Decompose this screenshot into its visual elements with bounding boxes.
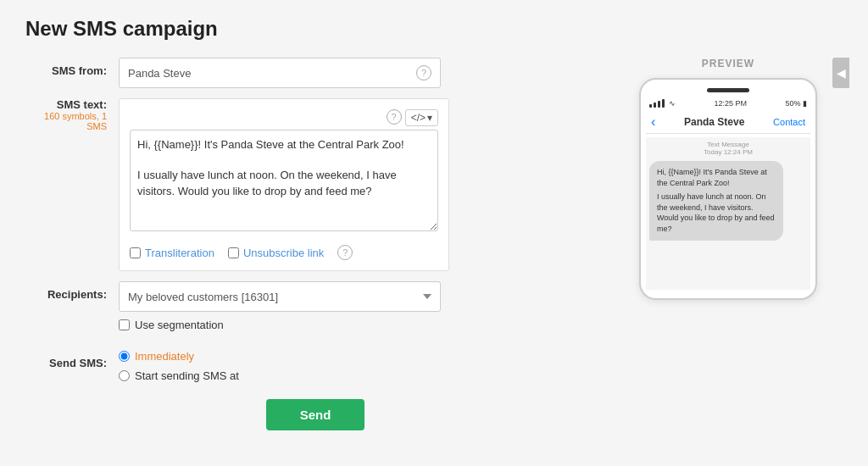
sms-textarea[interactable]: Hi, {{Name}}! It's Panda Steve at the Ce… [130, 130, 438, 231]
phone-mockup: ∿ 12:25 PM 50% ▮ ‹ Panda Steve Contact [639, 78, 817, 300]
code-icon: </> [411, 112, 426, 124]
immediately-label: Immediately [135, 350, 194, 363]
signal-bar-3 [658, 101, 660, 108]
unsubscribe-label: Unsubscribe link [243, 247, 324, 259]
send-sms-radio-options: Immediately Start sending SMS at [119, 350, 605, 382]
sms-from-field[interactable] [128, 67, 416, 80]
sms-text-toolbar: ? </> ▾ Hi, {{Name}}! It's Panda Steve a… [130, 109, 438, 260]
phone-back-icon: ‹ [651, 114, 655, 130]
sms-from-help-icon[interactable]: ? [416, 65, 431, 80]
recipients-control-wrap: My beloved customers [16301] Use segment… [119, 281, 605, 331]
unsubscribe-checkbox-label[interactable]: Unsubscribe link [228, 247, 324, 259]
phone-nav-bar: ‹ Panda Steve Contact [646, 111, 810, 134]
wifi-icon: ∿ [669, 99, 676, 108]
phone-speaker [707, 88, 749, 92]
send-sms-label: Send SMS: [25, 350, 119, 369]
preview-toggle-button[interactable]: ◀ [832, 58, 849, 88]
start-sending-label: Start sending SMS at [135, 369, 239, 382]
page-title: New SMS campaign [25, 17, 843, 41]
message-bubble: Hi, {{Name}}! It's Panda Steve at the Ce… [649, 161, 783, 241]
sms-text-sublabel: 160 symbols, 1 SMS [25, 111, 107, 131]
phone-messages: Text Message Today 12:24 PM Hi, {{Name}}… [646, 137, 810, 290]
sms-text-row: SMS text: 160 symbols, 1 SMS ? </> ▾ [25, 98, 605, 271]
transliteration-checkbox-label[interactable]: Transliteration [130, 247, 214, 259]
sms-text-label: SMS text: [25, 98, 107, 111]
preview-header: PREVIEW [614, 58, 843, 69]
sms-text-control-wrap: ? </> ▾ Hi, {{Name}}! It's Panda Steve a… [119, 98, 605, 271]
signal-bar-4 [662, 99, 665, 108]
message-meta: Text Message Today 12:24 PM [649, 141, 807, 156]
message-time: Today 12:24 PM [649, 148, 807, 156]
recipients-label: Recipients: [25, 281, 119, 301]
sms-from-control-wrap: ? [119, 58, 605, 88]
send-button[interactable]: Send [266, 399, 365, 430]
sms-from-row: SMS from: ? [25, 58, 605, 88]
send-sms-control-wrap: Immediately Start sending SMS at [119, 350, 605, 382]
sms-text-area-wrap: ? </> ▾ Hi, {{Name}}! It's Panda Steve a… [130, 109, 438, 260]
phone-status-bar: ∿ 12:25 PM 50% ▮ [646, 99, 810, 108]
sms-from-input-box: ? [119, 58, 441, 88]
transliteration-checkbox[interactable] [130, 247, 141, 258]
main-area: SMS from: ? SMS text: 160 symbols, 1 SMS [25, 58, 843, 449]
phone-contact-link: Contact [773, 117, 805, 127]
immediately-radio-label[interactable]: Immediately [119, 350, 605, 363]
send-sms-row: Send SMS: Immediately Start sending SMS … [25, 350, 605, 382]
recipients-row: Recipients: My beloved customers [16301]… [25, 281, 605, 331]
battery-percent: 50% [785, 99, 800, 108]
use-segmentation-row: Use segmentation [119, 319, 605, 331]
recipients-select[interactable]: My beloved customers [16301] [119, 281, 441, 312]
send-button-row: Send [25, 399, 605, 430]
signal-bar-2 [654, 103, 656, 108]
preview-panel: PREVIEW ◀ ∿ 12:25 PM 50% [614, 58, 843, 449]
battery-indicator: 50% ▮ [785, 99, 807, 108]
checkboxes-help-icon[interactable]: ? [337, 245, 353, 260]
sms-text-help-icon[interactable]: ? [387, 109, 402, 125]
start-sending-radio-label[interactable]: Start sending SMS at [119, 369, 605, 382]
status-time: 12:25 PM [714, 99, 747, 108]
message-line2: I usually have lunch at noon. On the wee… [657, 191, 776, 234]
use-segmentation-checkbox[interactable] [119, 319, 130, 330]
message-line1: Hi, {{Name}}! It's Panda Steve at the Ce… [657, 167, 776, 188]
textarea-icons: ? </> ▾ [130, 109, 438, 126]
signal-bar-1 [649, 104, 652, 108]
message-type: Text Message [649, 141, 807, 148]
sms-text-box: ? </> ▾ Hi, {{Name}}! It's Panda Steve a… [119, 98, 449, 271]
form-section: SMS from: ? SMS text: 160 symbols, 1 SMS [25, 58, 605, 449]
phone-signal: ∿ [649, 99, 676, 108]
start-sending-radio[interactable] [119, 370, 130, 381]
page-container: New SMS campaign SMS from: ? SMS text: 1… [0, 0, 868, 466]
transliteration-label: Transliteration [145, 247, 214, 259]
sms-text-label-wrap: SMS text: 160 symbols, 1 SMS [25, 98, 119, 131]
battery-icon: ▮ [803, 99, 807, 108]
code-arrow-icon: ▾ [427, 112, 432, 124]
use-segmentation-label[interactable]: Use segmentation [135, 319, 224, 331]
preview-toggle-icon: ◀ [837, 66, 846, 80]
sms-from-label: SMS from: [25, 58, 119, 77]
unsubscribe-checkbox[interactable] [228, 247, 239, 258]
phone-contact-name: Panda Steve [684, 116, 744, 128]
code-button[interactable]: </> ▾ [405, 109, 438, 126]
immediately-radio[interactable] [119, 351, 130, 362]
checkboxes-row: Transliteration Unsubscribe link ? [130, 245, 438, 260]
